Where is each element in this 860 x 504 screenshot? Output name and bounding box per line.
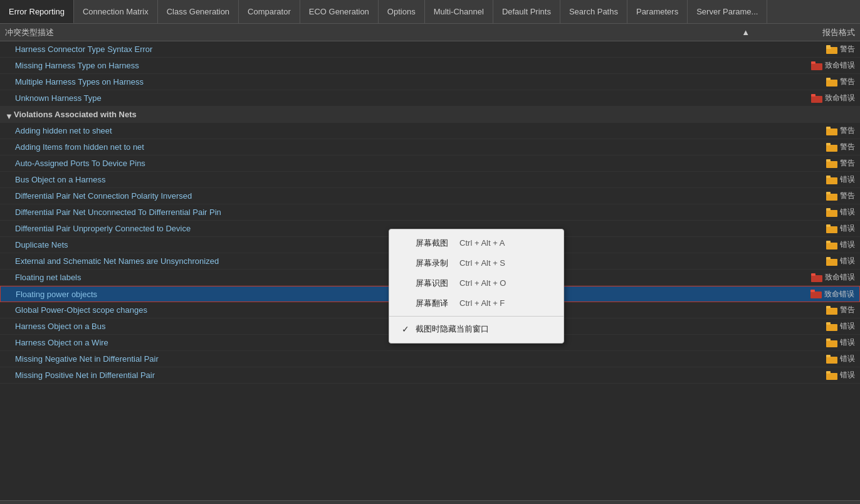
svg-rect-33 xyxy=(826,324,837,331)
tab-comparator[interactable]: Comparator xyxy=(239,0,300,23)
folder-error-icon xyxy=(826,257,837,266)
svg-rect-20 xyxy=(826,208,831,211)
svg-rect-30 xyxy=(810,290,815,292)
tab-connection-matrix[interactable]: Connection Matrix xyxy=(74,0,158,23)
tab-search-paths[interactable]: Search Paths xyxy=(560,0,627,23)
svg-rect-23 xyxy=(826,243,837,249)
svg-rect-17 xyxy=(826,194,837,201)
svg-rect-4 xyxy=(811,61,815,64)
svg-rect-16 xyxy=(826,176,831,178)
svg-rect-12 xyxy=(826,143,831,145)
svg-rect-7 xyxy=(811,96,822,103)
folder-warning-icon xyxy=(826,192,837,201)
menu-item-screenshot[interactable]: 屏幕截图 Ctrl + Alt + A xyxy=(389,233,564,253)
svg-rect-32 xyxy=(826,306,831,308)
menu-item-hide-window[interactable]: ✓ 截图时隐藏当前窗口 xyxy=(389,319,564,339)
folder-warning-icon xyxy=(826,127,837,135)
folder-error-icon xyxy=(826,208,837,217)
svg-rect-36 xyxy=(826,339,831,341)
tab-eco-generation[interactable]: ECO Generation xyxy=(300,0,379,23)
menu-item-screen-translate[interactable]: 屏幕翻译 Ctrl + Alt + F xyxy=(389,293,564,313)
svg-rect-38 xyxy=(826,355,831,357)
tab-multi-channel[interactable]: Multi-Channel xyxy=(425,0,493,23)
folder-warning-icon xyxy=(826,78,837,87)
tab-server-params[interactable]: Server Parame... xyxy=(688,0,767,23)
svg-rect-31 xyxy=(826,308,837,315)
table-row[interactable]: Harness Connector Type Syntax Error 警告 xyxy=(0,41,860,58)
table-header: 冲突类型描述 ▲ 报告格式 xyxy=(0,24,860,41)
tab-class-generation[interactable]: Class Generation xyxy=(158,0,239,23)
folder-fatal-icon xyxy=(811,273,822,282)
svg-rect-21 xyxy=(826,226,837,233)
folder-error-icon xyxy=(826,176,837,184)
folder-fatal-icon xyxy=(811,61,822,70)
svg-rect-24 xyxy=(826,241,831,243)
folder-fatal-icon xyxy=(810,290,822,298)
menu-record-label: 屏幕录制 Ctrl + Alt + S xyxy=(416,258,551,269)
triangle-icon: ▼ xyxy=(5,112,11,118)
menu-item-screen-identify[interactable]: 屏幕识图 Ctrl + Alt + O xyxy=(389,273,564,293)
context-menu: 屏幕截图 Ctrl + Alt + A 屏幕录制 Ctrl + Alt + S … xyxy=(389,229,564,344)
section-header-nets[interactable]: ▼ Violations Associated with Nets xyxy=(0,107,860,123)
bottom-bar: Report Suppressed Violations in Messages… xyxy=(0,500,860,504)
svg-rect-14 xyxy=(826,159,831,162)
svg-rect-10 xyxy=(826,127,831,129)
svg-rect-9 xyxy=(826,129,837,135)
folder-warning-icon xyxy=(826,45,837,54)
svg-rect-39 xyxy=(826,373,837,380)
menu-item-screen-record[interactable]: 屏幕录制 Ctrl + Alt + S xyxy=(389,253,564,273)
tab-parameters[interactable]: Parameters xyxy=(627,0,688,23)
svg-rect-37 xyxy=(826,357,837,364)
header-conflict-label: 冲突类型描述 xyxy=(5,27,742,38)
table-row[interactable]: Adding hidden net to sheet 警告 xyxy=(0,123,860,139)
sort-icon[interactable]: ▲ xyxy=(742,28,750,37)
table-row[interactable]: Adding Items from hidden net to net 警告 xyxy=(0,139,860,155)
table-row[interactable]: Auto-Assigned Ports To Device Pins 警告 xyxy=(0,155,860,172)
table-row[interactable]: Bus Object on a Harness 错误 xyxy=(0,172,860,188)
folder-error-icon xyxy=(826,322,837,331)
svg-rect-28 xyxy=(811,273,815,276)
svg-rect-34 xyxy=(826,322,831,325)
folder-error-icon xyxy=(826,224,837,233)
svg-rect-3 xyxy=(811,63,822,70)
svg-rect-40 xyxy=(826,371,831,374)
svg-rect-8 xyxy=(811,94,815,97)
table-row[interactable]: Unknown Harness Type 致命错误 xyxy=(0,90,860,107)
svg-rect-13 xyxy=(826,161,837,168)
svg-rect-26 xyxy=(826,257,831,260)
menu-translate-label: 屏幕翻译 Ctrl + Alt + F xyxy=(416,298,551,309)
svg-rect-22 xyxy=(826,224,831,227)
header-report-label: 报告格式 xyxy=(755,27,855,38)
svg-rect-6 xyxy=(826,78,831,80)
table-row[interactable]: Differential Pair Net Unconnected To Dif… xyxy=(0,204,860,221)
menu-identify-label: 屏幕识图 Ctrl + Alt + O xyxy=(416,278,551,289)
tab-error-reporting[interactable]: Error Reporting xyxy=(0,0,74,24)
folder-fatal-icon xyxy=(811,94,822,103)
svg-rect-11 xyxy=(826,145,837,152)
table-row[interactable]: Missing Positive Net in Differential Pai… xyxy=(0,367,860,384)
svg-rect-15 xyxy=(826,177,837,184)
svg-rect-29 xyxy=(810,291,822,298)
table-row[interactable]: Multiple Harness Types on Harness 警告 xyxy=(0,74,860,90)
table-row[interactable]: Missing Negative Net in Differential Pai… xyxy=(0,351,860,367)
table-row[interactable]: Differential Pair Net Connection Polarit… xyxy=(0,188,860,204)
tab-default-prints[interactable]: Default Prints xyxy=(493,0,560,23)
folder-error-icon xyxy=(826,339,837,347)
table-row[interactable]: Missing Harness Type on Harness 致命错误 xyxy=(0,58,860,74)
check-mark-icon: ✓ xyxy=(402,324,413,334)
menu-separator xyxy=(389,316,564,317)
folder-warning-icon xyxy=(826,143,837,152)
tab-options[interactable]: Options xyxy=(379,0,425,23)
menu-screenshot-label: 屏幕截图 Ctrl + Alt + A xyxy=(416,238,551,249)
svg-rect-2 xyxy=(826,45,831,48)
svg-rect-27 xyxy=(811,275,822,282)
menu-hide-label: 截图时隐藏当前窗口 xyxy=(416,323,551,335)
svg-rect-19 xyxy=(826,210,837,217)
folder-warning-icon xyxy=(826,306,837,315)
folder-warning-icon xyxy=(826,159,837,168)
svg-rect-25 xyxy=(826,259,837,266)
folder-error-icon xyxy=(826,241,837,249)
svg-rect-18 xyxy=(826,192,831,194)
svg-rect-35 xyxy=(826,340,837,347)
tab-bar: Error Reporting Connection Matrix Class … xyxy=(0,0,860,24)
